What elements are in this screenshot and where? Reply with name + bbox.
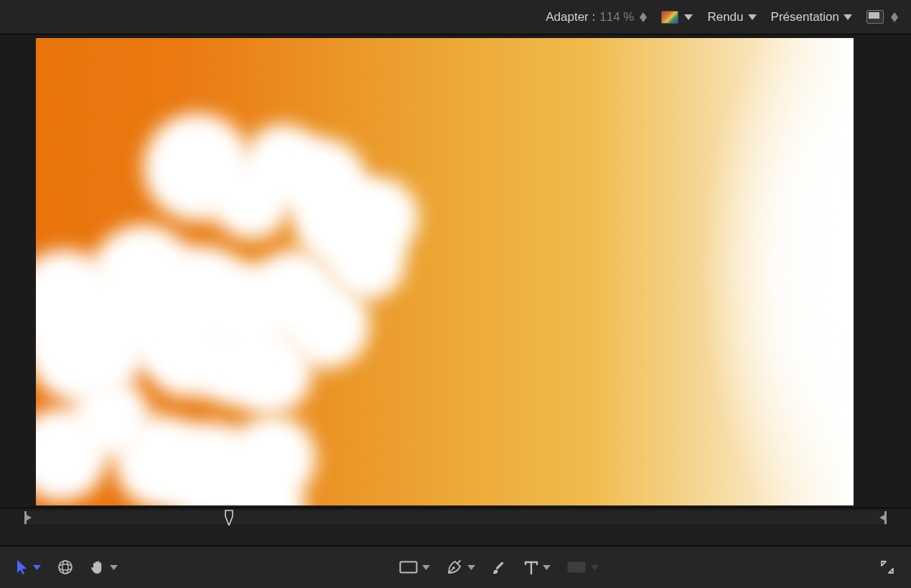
view-layout-menu[interactable] [866,10,898,24]
brush-icon [491,559,508,576]
svg-marker-22 [543,565,551,570]
mini-timeline-ruler[interactable] [27,511,884,524]
svg-marker-20 [467,565,475,570]
svg-rect-21 [495,561,503,569]
svg-point-13 [62,561,68,574]
color-profile-icon [661,11,678,24]
viewer-top-toolbar: Adapter : 114 % Rendu Présentation [0,0,911,34]
svg-marker-5 [891,12,898,17]
arrow-cursor-icon [16,559,29,575]
svg-marker-24 [591,565,599,570]
svg-marker-6 [891,17,898,22]
svg-marker-9 [17,560,27,574]
svg-marker-4 [844,14,852,20]
viewer-bottom-toolbar [0,546,911,588]
fit-value: 114 % [599,10,634,24]
mask-rect-icon [566,560,587,574]
svg-marker-8 [879,511,887,524]
svg-marker-0 [640,12,647,17]
svg-rect-23 [567,562,585,573]
shape-tool-button[interactable] [398,557,431,577]
fit-zoom-control[interactable]: Adapter : 114 % [546,10,647,24]
svg-marker-10 [33,565,41,570]
paint-tool-button[interactable] [490,556,510,579]
expand-player-button[interactable] [878,556,897,578]
text-icon [524,559,538,575]
globe-icon [57,559,74,576]
pen-nib-icon [446,559,463,576]
svg-point-11 [59,561,72,574]
svg-marker-2 [684,14,693,20]
rectangle-icon [399,560,418,574]
color-profile-menu[interactable] [661,11,693,24]
svg-marker-16 [422,565,430,570]
viewer-canvas-area [0,34,911,509]
render-menu-label: Rendu [707,10,743,24]
chevron-down-icon[interactable] [33,565,41,570]
chevron-down-icon [591,565,599,570]
in-point-marker-icon[interactable] [24,511,32,524]
out-point-marker-icon[interactable] [879,511,887,524]
3d-transform-tool-button[interactable] [55,556,75,579]
chevron-down-icon [684,14,693,20]
zoom-stepper-icon[interactable] [640,12,647,22]
mask-tool-button [565,557,600,577]
chevron-down-icon[interactable] [422,565,430,570]
chevron-down-icon[interactable] [110,565,118,570]
svg-marker-14 [110,565,118,570]
view-layout-stepper-icon[interactable] [891,12,898,22]
svg-rect-15 [400,562,416,573]
presentation-menu-label: Présentation [771,10,839,24]
particle-blob [226,329,312,415]
expand-icon [879,559,895,575]
svg-marker-1 [640,17,647,22]
render-menu[interactable]: Rendu [707,10,756,24]
hand-icon [90,559,106,575]
svg-point-12 [59,564,72,570]
pan-tool-button[interactable] [88,556,119,578]
select-tool-button[interactable] [14,556,42,578]
chevron-down-icon[interactable] [467,565,475,570]
playhead-icon[interactable] [225,510,233,526]
svg-line-19 [457,561,461,564]
mini-timeline[interactable] [0,508,911,546]
pen-tool-button[interactable] [444,556,477,579]
text-tool-button[interactable] [523,556,552,578]
svg-marker-3 [748,14,757,20]
chevron-down-icon[interactable] [543,565,551,570]
svg-marker-7 [24,511,32,524]
chevron-down-icon [748,14,757,20]
chevron-down-icon [844,14,852,20]
viewer-canvas[interactable] [36,38,854,505]
view-layout-icon [866,10,884,24]
fit-label: Adapter : [546,10,595,24]
presentation-menu[interactable]: Présentation [771,10,852,24]
